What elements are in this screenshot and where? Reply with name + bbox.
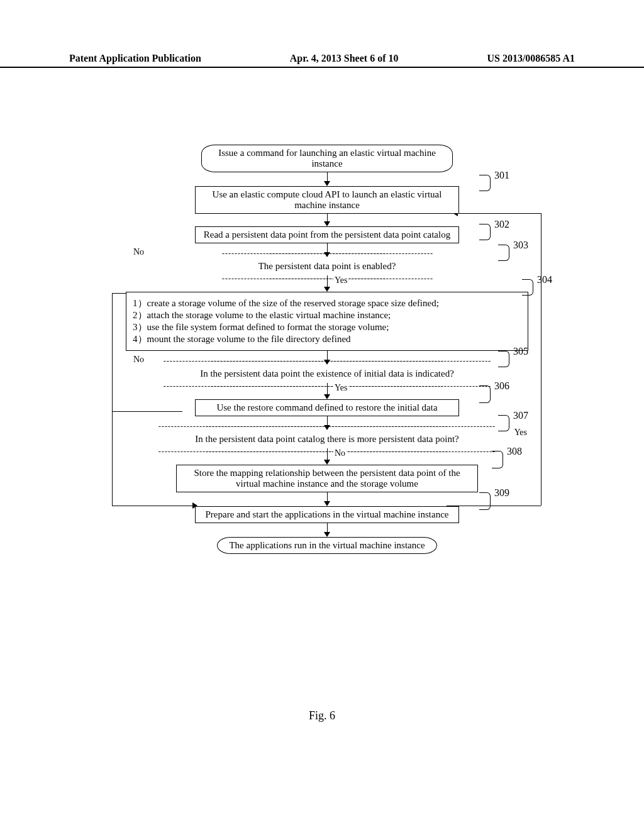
label-303-yes: Yes [333,275,348,285]
node-309: Prepare and start the applications in th… [107,506,547,523]
node-end-text: The applications run in the virtual mach… [229,540,425,550]
ref-303: 303 [513,240,528,251]
header-center: Apr. 4, 2013 Sheet 6 of 10 [290,53,399,64]
arrow-start-301-icon [324,181,330,186]
node-302: Read a persistent data point from the pe… [107,226,547,243]
ref-hook-302 [479,224,491,240]
ref-hook-309 [479,492,491,510]
ref-305: 305 [513,346,528,357]
ref-301: 301 [494,170,509,181]
ref-304: 304 [537,274,552,285]
edge-start-301 [327,172,328,181]
header-left: Patent Application Publication [69,53,201,64]
label-303-no: No [132,247,145,257]
node-305-text: In the persistent data point the existen… [200,368,454,379]
label-305-yes: Yes [333,383,348,393]
node-301-text: Use an elastic compute cloud API to laun… [213,189,442,210]
arrow-306-307-icon [324,425,330,430]
ref-302: 302 [494,219,509,230]
ref-308: 308 [507,446,522,457]
arrow-302-303-icon [324,252,330,257]
node-304-line4: 4）mount the storage volume to the file d… [133,333,521,345]
edge-307-308: No [107,448,547,465]
ref-307: 307 [513,410,528,421]
ref-hook-305 [498,351,509,367]
node-307-text: In the persistent data point catalog the… [195,434,458,444]
node-304-line1: 1）create a storage volume of the size of… [133,297,521,309]
label-307-no: No [333,448,347,458]
node-307: In the persistent data point catalog the… [107,430,547,448]
label-305-no: No [132,355,145,365]
flowchart: Issue a command for launching an elastic… [107,145,547,554]
arrow-308-309-icon [324,501,330,506]
ref-309: 309 [494,487,509,499]
node-308-text: Store the mapping relationship between t… [194,468,460,489]
node-309-text: Prepare and start the applications in th… [206,509,449,519]
edge-302-303 [327,243,328,252]
node-306: Use the restore command defined to resto… [107,399,547,416]
ref-hook-307 [498,415,509,431]
ref-hook-304 [522,279,533,296]
node-303-text: The persistent data point is enabled? [258,261,396,271]
node-start: Issue a command for launching an elastic… [107,145,547,172]
ref-hook-301 [479,175,491,191]
ref-hook-303 [498,245,509,261]
edge-308-309 [327,492,328,501]
label-307-yes: Yes [513,428,528,438]
arrow-304-305-icon [324,360,330,365]
ref-306: 306 [494,380,509,392]
node-305: In the persistent data point the existen… [107,365,547,383]
edge-306-307 [327,416,328,425]
edge-309-end [327,523,328,532]
node-start-text: Issue a command for launching an elastic… [218,148,436,169]
edge-303-304: Yes [107,275,547,292]
node-304-line2: 2）attach the storage volume to the elast… [133,309,521,321]
node-308: Store the mapping relationship between t… [107,465,547,492]
node-306-text: Use the restore command defined to resto… [216,402,437,412]
edge-304-305 [327,351,328,360]
header-right: US 2013/0086585 A1 [487,53,575,64]
node-303: The persistent data point is enabled? No… [107,257,547,275]
figure-caption: Fig. 6 [0,709,644,722]
arrow-309-end-icon [324,532,330,537]
node-302-text: Read a persistent data point from the pe… [204,230,450,240]
ref-hook-308 [492,451,503,468]
node-301: Use an elastic compute cloud API to laun… [107,186,547,214]
ref-hook-306 [479,385,491,403]
page: Patent Application Publication Apr. 4, 2… [0,0,644,830]
node-end: The applications run in the virtual mach… [107,537,547,554]
node-304-line3: 3）use the file system format defined to … [133,321,521,333]
arrow-301-302-icon [324,221,330,226]
edge-301-302 [327,214,328,221]
page-header: Patent Application Publication Apr. 4, 2… [0,53,644,68]
node-304: 1）create a storage volume of the size of… [107,292,547,351]
